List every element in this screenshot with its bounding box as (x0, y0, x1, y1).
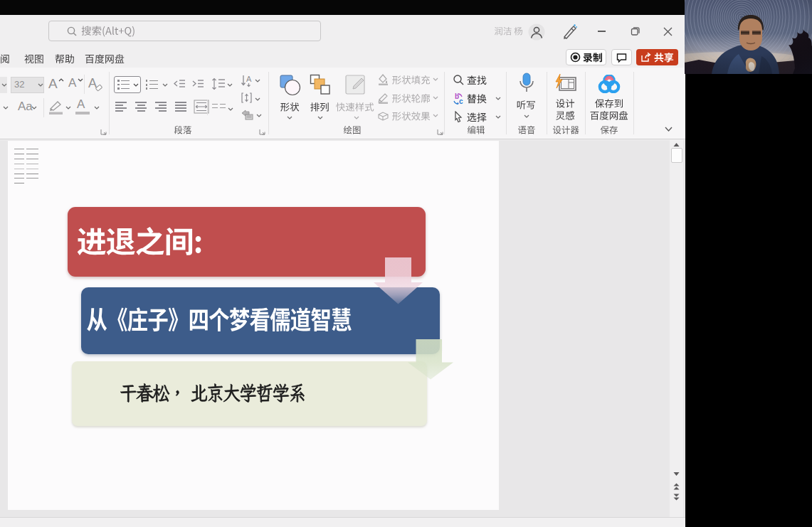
svg-text:A: A (246, 75, 252, 83)
svg-text:c: c (459, 97, 463, 105)
